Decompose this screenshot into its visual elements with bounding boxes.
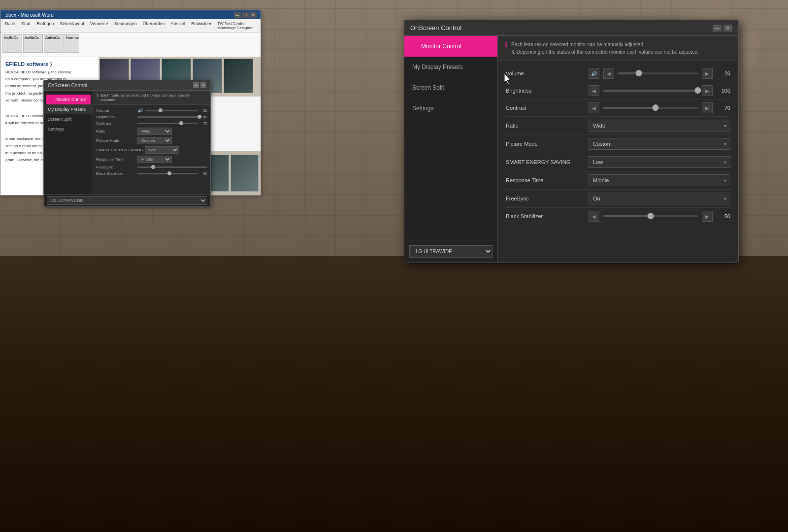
brightness-slider[interactable] xyxy=(603,90,698,92)
word-menu-start[interactable]: Start xyxy=(19,20,33,31)
word-menu-verweise[interactable]: Verweise xyxy=(88,20,111,31)
osc-small-info: ℹ Each features on selected monitor can … xyxy=(93,91,210,105)
osc-small-window: OnScreen Control — ✕ Monitor Control My … xyxy=(43,80,211,207)
osc-small-response-label: Response Time xyxy=(96,157,135,162)
osc-main-close-button[interactable]: ✕ xyxy=(723,25,732,32)
picmode-select[interactable]: Custom Vivid HDR Cinema sRGB xyxy=(589,138,730,150)
osc-small-body: Monitor Control My Display Presets Scree… xyxy=(44,91,210,194)
osc-main-footer: LG ULTRAWIDE xyxy=(404,240,497,263)
blackstab-value: 50 xyxy=(717,213,730,219)
osc-small-nav-monitor[interactable]: Monitor Control xyxy=(46,95,91,104)
word-menu-datei[interactable]: Datei xyxy=(2,20,18,31)
osc-main-left-panel: Monitor Control My Display Presets Scree… xyxy=(404,36,498,263)
osc-small-title: OnScreen Control xyxy=(48,83,87,88)
word-text-line-1: HERGEFIELD software }, the License xyxy=(5,69,94,75)
picmode-select-wrap: Custom Vivid HDR Cinema sRGB xyxy=(589,138,730,150)
osc-control-contrast-row: Contrast ◀ ▶ 70 xyxy=(506,100,730,117)
volume-icon: 🔊 xyxy=(589,68,599,79)
osc-small-picmode-label: Picture Mode xyxy=(96,138,135,143)
osc-main-minimize-button[interactable]: — xyxy=(713,25,722,32)
word-title: .docx - Microsoft Word xyxy=(4,12,54,18)
response-select[interactable]: Middle Fast Faster xyxy=(589,174,730,186)
monitor-control-indicator xyxy=(412,44,417,49)
osc-small-nav-split[interactable]: Screen Split xyxy=(44,114,93,124)
word-menu-ansicht[interactable]: Ansicht xyxy=(168,20,188,31)
osc-main-title: OnScreen Control xyxy=(410,24,461,32)
energy-label: SMART ENERGY SAVING xyxy=(506,159,585,165)
freesync-label: FreeSync xyxy=(506,196,585,201)
freesync-select[interactable]: On Off xyxy=(589,193,730,204)
volume-inc-button[interactable]: ▶ xyxy=(702,68,713,79)
osc-control-blackstab-row: Black Stabilizer ◀ ▶ 50 xyxy=(506,208,730,225)
word-menu-entwickler[interactable]: Entwickler xyxy=(189,20,214,31)
osc-small-freesync-label: FreeSync xyxy=(96,165,135,169)
brightness-dec-button[interactable]: ◀ xyxy=(589,85,599,96)
osc-small-minimize[interactable]: — xyxy=(193,82,199,88)
ratio-label: Ratio xyxy=(506,123,585,129)
word-menubar: Datei Start Einfügen Seitenlayout Verwei… xyxy=(0,19,261,33)
osc-small-win-controls: — ✕ xyxy=(193,82,206,88)
desk xyxy=(0,256,788,532)
osc-main-nav-split[interactable]: Screen Split xyxy=(404,77,497,98)
blackstab-slider[interactable] xyxy=(603,215,698,217)
blackstab-inc-button[interactable]: ▶ xyxy=(702,211,713,222)
word-maximize-button[interactable]: □ xyxy=(242,12,249,18)
osc-control-volume-row: Volume 🔊 ◀ ▶ 26 xyxy=(506,65,730,82)
volume-dec-button[interactable]: ◀ xyxy=(603,68,614,79)
picmode-label: Picture Mode xyxy=(506,141,585,147)
osc-control-brightness-row: Brightness ◀ ▶ 100 xyxy=(506,82,730,100)
osc-main-right-panel: ℹ Each features on selected monitor can … xyxy=(498,36,738,263)
word-menu-sendungen[interactable]: Sendungen xyxy=(112,20,139,31)
word-close-button[interactable]: ✕ xyxy=(250,12,257,18)
osc-main-info-bar: ℹ Each features on selected monitor can … xyxy=(498,36,738,61)
word-minimize-button[interactable]: — xyxy=(234,12,241,18)
osc-small-ratio-label: Ratio xyxy=(96,129,135,133)
osc-control-energy-row: SMART ENERGY SAVING Low High Off xyxy=(506,153,730,171)
word-heading: EFIELD software } xyxy=(5,61,94,67)
osc-small-volume-label: Volume xyxy=(96,108,135,113)
osc-small-brightness-label: Brightness xyxy=(96,115,135,119)
osc-small-footer: LG ULTRAWIDE xyxy=(44,194,210,206)
word-menu-seitenlayout[interactable]: Seitenlayout xyxy=(58,20,87,31)
response-label: Response Time xyxy=(506,177,585,183)
osc-main-monitor-select[interactable]: LG ULTRAWIDE xyxy=(409,245,492,258)
osc-control-response-row: Response Time Middle Fast Faster xyxy=(506,171,730,190)
word-menu-einfuegen[interactable]: Einfügen xyxy=(34,20,57,31)
word-win-buttons: — □ ✕ xyxy=(234,12,257,18)
ratio-select[interactable]: Wide Original 4:3 Cinema 1:1 xyxy=(589,120,730,132)
volume-value: 26 xyxy=(717,70,730,76)
monitor-control-label: Monitor Control xyxy=(421,43,461,50)
osc-small-response-select[interactable]: Middle xyxy=(137,156,172,163)
osc-small-sidebar: Monitor Control My Display Presets Scree… xyxy=(44,91,93,194)
osc-small-picmode-select[interactable]: Custom xyxy=(137,137,172,144)
contrast-inc-button[interactable]: ▶ xyxy=(702,102,713,113)
osc-info-text: Each features on selected monitor can be… xyxy=(511,41,699,56)
blackstab-label: Black Stabilizer xyxy=(506,213,585,219)
blackstab-dec-button[interactable]: ◀ xyxy=(589,211,599,222)
word-menu-ueberpruefung[interactable]: Überprüfen xyxy=(140,20,167,31)
osc-control-ratio-row: Ratio Wide Original 4:3 Cinema 1:1 xyxy=(506,117,730,135)
osc-small-ratio-select[interactable]: Wide xyxy=(137,128,172,135)
contrast-dec-button[interactable]: ◀ xyxy=(589,102,599,113)
osc-small-contrast-label: Contrast xyxy=(96,121,135,126)
osc-main-nav-monitor[interactable]: Monitor Control xyxy=(404,36,497,57)
osc-small-nav-presets[interactable]: My Display Presets xyxy=(44,104,93,114)
energy-select[interactable]: Low High Off xyxy=(589,156,730,168)
osc-small-blackstab-label: Black Stabilizer xyxy=(96,171,135,176)
osc-small-close[interactable]: ✕ xyxy=(200,82,206,88)
osc-main-nav-presets[interactable]: My Display Presets xyxy=(404,57,497,77)
osc-small-nav-settings[interactable]: Settings xyxy=(44,124,93,134)
osc-main-window: OnScreen Control — ✕ Monitor Control My … xyxy=(404,20,739,263)
word-photo-5 xyxy=(224,59,253,93)
osc-main-nav-settings[interactable]: Settings xyxy=(404,98,497,119)
brightness-inc-button[interactable]: ▶ xyxy=(702,85,713,96)
word-menu-tw[interactable]: TW Text Control Multirange Designer xyxy=(215,20,259,31)
osc-main-body: Monitor Control My Display Presets Scree… xyxy=(404,36,738,263)
contrast-slider[interactable] xyxy=(603,107,698,109)
osc-small-monitor-select[interactable]: LG ULTRAWIDE xyxy=(47,196,207,205)
brightness-label: Brightness xyxy=(506,88,585,94)
osc-small-energy-select[interactable]: Low xyxy=(145,146,179,154)
volume-slider[interactable] xyxy=(618,72,698,74)
osc-control-picmode-row: Picture Mode Custom Vivid HDR Cinema sRG… xyxy=(506,135,730,153)
freesync-select-wrap: On Off xyxy=(589,193,730,204)
